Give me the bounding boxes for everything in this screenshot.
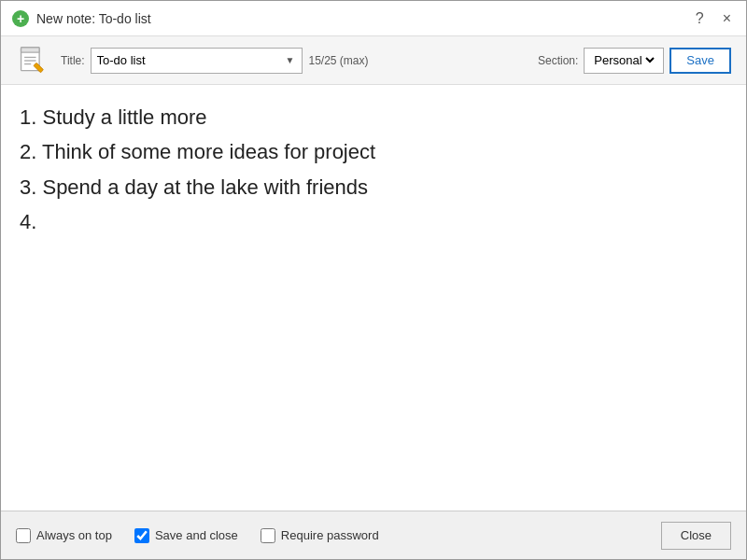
help-button[interactable]: ? <box>692 8 708 29</box>
dialog-window: + New note: To-do list ? × Title: <box>0 0 747 560</box>
save-button[interactable]: Save <box>669 48 731 74</box>
require-password-checkbox[interactable] <box>261 528 275 543</box>
new-note-icon: + <box>12 10 29 27</box>
section-select[interactable]: Personal Work Home <box>590 52 657 68</box>
save-and-close-checkbox[interactable] <box>134 528 149 543</box>
title-input-wrapper[interactable]: ▼ <box>91 48 303 74</box>
section-group: Section: Personal Work Home Save <box>538 48 731 74</box>
content-area[interactable]: 1. Study a little more 2. Think of some … <box>1 85 746 511</box>
title-dropdown-arrow[interactable]: ▼ <box>284 55 297 65</box>
title-group: Title: ▼ 15/25 (max) <box>61 48 369 74</box>
title-bar-controls: ? × <box>692 8 735 29</box>
section-label: Section: <box>538 54 578 67</box>
footer: Always on top Save and close Require pas… <box>1 511 746 559</box>
note-textarea[interactable]: 1. Study a little more 2. Think of some … <box>20 100 727 449</box>
close-button[interactable]: Close <box>661 522 731 550</box>
always-on-top-label: Always on top <box>36 528 112 542</box>
require-password-checkbox-label[interactable]: Require password <box>261 528 379 543</box>
document-icon <box>16 44 49 77</box>
title-bar: + New note: To-do list ? × <box>1 1 746 36</box>
title-bar-left: + New note: To-do list <box>12 10 151 27</box>
title-input[interactable] <box>97 53 284 67</box>
save-and-close-label: Save and close <box>155 528 238 542</box>
require-password-label: Require password <box>281 528 379 542</box>
always-on-top-checkbox-label[interactable]: Always on top <box>16 528 112 543</box>
toolbar: Title: ▼ 15/25 (max) Section: Personal W… <box>1 36 746 85</box>
dialog-title: New note: To-do list <box>36 11 151 26</box>
svg-rect-1 <box>21 47 40 51</box>
save-and-close-checkbox-label[interactable]: Save and close <box>134 528 238 543</box>
section-select-wrapper[interactable]: Personal Work Home <box>584 48 664 74</box>
char-count: 15/25 (max) <box>308 54 368 67</box>
title-label: Title: <box>61 54 85 67</box>
always-on-top-checkbox[interactable] <box>16 528 31 543</box>
window-close-button[interactable]: × <box>719 8 735 29</box>
